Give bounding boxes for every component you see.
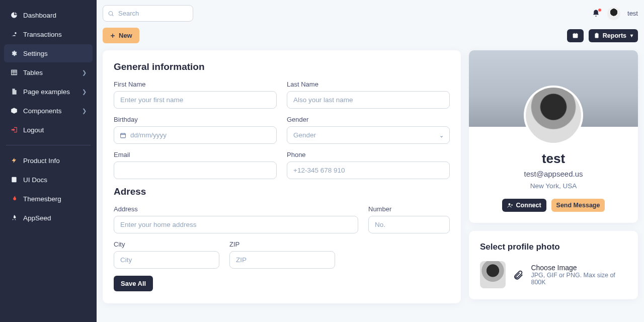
search-wrap bbox=[103, 5, 193, 22]
table-icon bbox=[10, 68, 18, 76]
svg-rect-3 bbox=[573, 34, 578, 38]
clipboard-icon bbox=[594, 32, 600, 39]
svg-point-7 bbox=[508, 203, 510, 205]
number-input[interactable] bbox=[368, 216, 450, 233]
plus-icon bbox=[110, 33, 116, 39]
sidebar: Dashboard Transactions Settings Tables ❯… bbox=[0, 0, 97, 322]
sidebar-item-themesberg[interactable]: Themesberg bbox=[4, 190, 93, 208]
profile-location: New York, USA bbox=[469, 182, 638, 190]
first-name-input[interactable] bbox=[114, 91, 277, 109]
first-name-label: First Name bbox=[114, 80, 277, 88]
svg-rect-4 bbox=[595, 34, 598, 38]
sidebar-item-label: Themesberg bbox=[23, 195, 87, 203]
address-input[interactable] bbox=[114, 216, 358, 233]
main-content: test New Reports ▾ General information F… bbox=[97, 0, 644, 322]
topbar: test bbox=[103, 5, 638, 22]
send-message-button[interactable]: Send Message bbox=[551, 199, 605, 212]
search-icon bbox=[108, 10, 114, 17]
notifications-button[interactable] bbox=[592, 9, 600, 18]
cog-icon bbox=[10, 49, 18, 57]
last-name-label: Last Name bbox=[287, 80, 450, 88]
gender-select[interactable]: Gender bbox=[287, 126, 450, 144]
chevron-down-icon: ▾ bbox=[630, 33, 633, 38]
calendar-icon bbox=[572, 32, 579, 39]
search-input[interactable] bbox=[103, 5, 193, 22]
sidebar-item-tables[interactable]: Tables ❯ bbox=[4, 63, 93, 82]
file-icon bbox=[10, 88, 18, 96]
profile-card: test test@appseed.us New York, USA Conne… bbox=[469, 50, 638, 223]
calendar-button[interactable] bbox=[567, 29, 584, 42]
birthday-label: Birthday bbox=[114, 116, 277, 123]
profile-email: test@appseed.us bbox=[469, 170, 638, 178]
reports-button[interactable]: Reports ▾ bbox=[589, 29, 638, 42]
zip-input[interactable] bbox=[229, 251, 335, 269]
sidebar-item-components[interactable]: Components ❯ bbox=[4, 102, 93, 120]
sidebar-item-label: Dashboard bbox=[23, 12, 87, 19]
connect-button[interactable]: Connect bbox=[502, 199, 546, 212]
choose-image-hint: JPG, GIF or PNG. Max size of 800K bbox=[531, 272, 627, 286]
birthday-input[interactable] bbox=[114, 126, 277, 144]
book-icon bbox=[10, 176, 18, 184]
zip-label: ZIP bbox=[229, 240, 335, 248]
box-icon bbox=[10, 107, 18, 115]
sidebar-item-label: UI Docs bbox=[23, 176, 87, 184]
sidebar-item-label: Components bbox=[23, 107, 82, 115]
gender-label: Gender bbox=[287, 116, 450, 123]
chart-pie-icon bbox=[10, 11, 18, 19]
city-input[interactable] bbox=[114, 251, 219, 269]
calendar-icon bbox=[120, 132, 126, 138]
chevron-right-icon: ❯ bbox=[82, 69, 87, 76]
hand-coins-icon bbox=[10, 30, 18, 38]
svg-rect-6 bbox=[121, 133, 126, 138]
choose-image-area[interactable]: Choose Image JPG, GIF or PNG. Max size o… bbox=[531, 264, 627, 286]
sidebar-divider bbox=[6, 145, 91, 145]
photo-thumbnail bbox=[480, 261, 506, 288]
number-label: Number bbox=[368, 205, 450, 213]
bolt-icon bbox=[10, 156, 18, 165]
paperclip-icon[interactable] bbox=[513, 269, 524, 280]
new-button-label: New bbox=[119, 32, 132, 39]
reports-button-label: Reports bbox=[603, 32, 626, 39]
svg-rect-5 bbox=[596, 33, 597, 34]
actionbar: New Reports ▾ bbox=[103, 28, 638, 43]
svg-rect-1 bbox=[12, 177, 16, 183]
sidebar-item-logout[interactable]: Logout bbox=[4, 121, 93, 139]
sidebar-item-page-examples[interactable]: Page examples ❯ bbox=[4, 83, 93, 101]
sidebar-item-transactions[interactable]: Transactions bbox=[4, 25, 93, 43]
svg-point-2 bbox=[109, 11, 113, 15]
sidebar-item-label: Tables bbox=[23, 69, 82, 76]
last-name-input[interactable] bbox=[287, 91, 450, 109]
avatar[interactable] bbox=[607, 7, 620, 20]
upload-title: Select profile photo bbox=[480, 242, 627, 252]
connect-button-label: Connect bbox=[516, 202, 541, 209]
sidebar-item-ui-docs[interactable]: UI Docs bbox=[4, 171, 93, 189]
sidebar-item-dashboard[interactable]: Dashboard bbox=[4, 6, 93, 24]
flame-icon bbox=[10, 195, 18, 203]
save-all-button[interactable]: Save All bbox=[114, 276, 153, 291]
general-information-card: General information First Name Last Name… bbox=[103, 50, 461, 303]
sidebar-item-label: Product Info bbox=[23, 157, 87, 165]
chevron-right-icon: ❯ bbox=[82, 89, 87, 95]
phone-label: Phone bbox=[287, 151, 450, 158]
sidebar-item-appseed[interactable]: AppSeed bbox=[4, 209, 93, 227]
avatar-large bbox=[524, 86, 583, 145]
choose-image-label: Choose Image bbox=[531, 264, 627, 272]
email-label: Email bbox=[114, 151, 277, 158]
section-title-address: Adress bbox=[114, 186, 450, 197]
sidebar-item-product-info[interactable]: Product Info bbox=[4, 151, 93, 170]
sidebar-item-label: Logout bbox=[23, 126, 87, 134]
upload-photo-card: Select profile photo Choose Image JPG, G… bbox=[469, 231, 638, 299]
new-button[interactable]: New bbox=[103, 28, 139, 43]
email-input[interactable] bbox=[114, 162, 277, 179]
topbar-right: test bbox=[592, 7, 638, 20]
address-label: Address bbox=[114, 205, 358, 213]
sign-out-icon bbox=[10, 126, 18, 134]
notification-dot-icon bbox=[598, 8, 602, 12]
section-title-general: General information bbox=[114, 61, 450, 72]
sidebar-item-label: Transactions bbox=[23, 31, 87, 38]
city-label: City bbox=[114, 240, 219, 248]
sidebar-item-settings[interactable]: Settings bbox=[4, 44, 93, 62]
phone-input[interactable] bbox=[287, 162, 450, 179]
username-label[interactable]: test bbox=[627, 10, 638, 17]
user-plus-icon bbox=[507, 202, 513, 208]
